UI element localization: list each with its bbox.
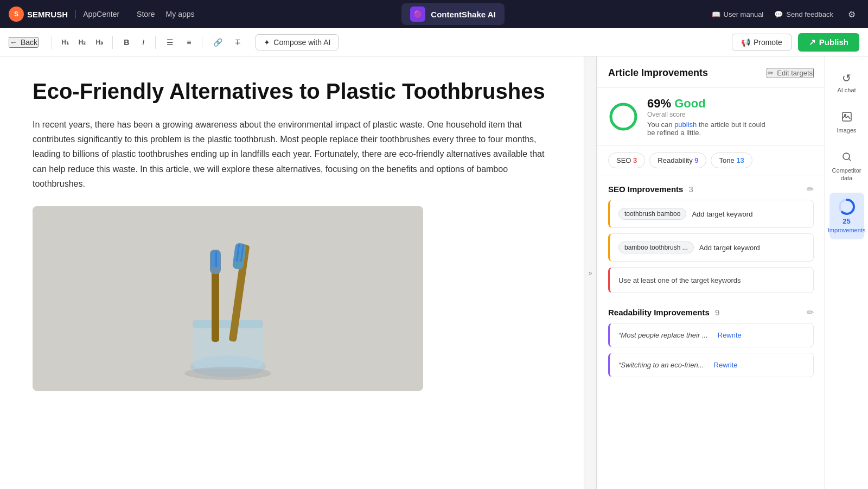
rewrite-link-1[interactable]: Rewrite xyxy=(718,331,742,339)
score-message: You can publish the article but it could… xyxy=(647,120,767,137)
readability-title: Readability Improvements 9 xyxy=(608,308,719,317)
seo-card-2[interactable]: bamboo toothbrush ... Add target keyword xyxy=(608,233,814,262)
seo-badge[interactable]: SEO 3 xyxy=(608,153,645,168)
readability-quote-1: “Most people replace their ... xyxy=(618,331,708,339)
score-circle xyxy=(608,101,639,132)
compose-with-ai-button[interactable]: ✦ Compose with AI xyxy=(256,34,339,50)
readability-card-2-row: “Switching to an eco-frien... Rewrite xyxy=(618,361,805,369)
readability-quote-2: “Switching to an eco-frien... xyxy=(618,361,704,369)
send-feedback-link[interactable]: 💬 Send feedback xyxy=(774,10,833,18)
panel-header: Article Improvements ✏ Edit targets xyxy=(597,56,825,88)
toolbar-separator-1 xyxy=(52,36,52,49)
competitor-data-label: Competitor data xyxy=(832,167,861,181)
h1-button[interactable]: H₁ xyxy=(59,37,72,48)
back-button[interactable]: ← Back xyxy=(9,37,39,48)
images-tool[interactable]: Images xyxy=(829,105,864,141)
rewrite-link-2[interactable]: Rewrite xyxy=(714,361,738,369)
ai-chat-tool[interactable]: ↺ AI chat xyxy=(829,65,864,100)
seo-section-header: SEO Improvements 3 ✏ xyxy=(597,175,825,200)
article-title: Eco-Friendly Alternatives to Plastic Too… xyxy=(33,78,551,104)
seo-card-3[interactable]: Use at least one of the target keywords xyxy=(608,267,814,293)
improvements-label: Improvements xyxy=(828,227,866,234)
user-manual-label: User manual xyxy=(724,10,764,18)
competitor-data-tool[interactable]: Competitor data xyxy=(829,145,864,188)
score-value: 69% Good xyxy=(647,97,767,111)
ai-chat-label: AI chat xyxy=(837,87,856,94)
editor-area[interactable]: Eco-Friendly Alternatives to Plastic Too… xyxy=(0,56,584,489)
toolbar-separator-4 xyxy=(202,36,202,49)
semrush-logo[interactable]: S SEMRUSH xyxy=(9,7,68,22)
edit-targets-button[interactable]: ✏ Edit targets xyxy=(767,68,814,78)
semrush-icon: S xyxy=(9,7,24,22)
score-publish-link[interactable]: publish xyxy=(674,120,697,129)
svg-rect-6 xyxy=(211,251,213,267)
app-title-badge: 🟣 ContentShake AI xyxy=(401,3,504,25)
italic-button[interactable]: I xyxy=(138,36,149,49)
store-link[interactable]: Store xyxy=(137,10,155,18)
improvements-tool[interactable]: 25 Improvements xyxy=(829,193,864,239)
seo-card-2-row: bamboo toothbrush ... Add target keyword xyxy=(618,242,805,253)
right-sidebar: ↺ AI chat Images Competitor data xyxy=(825,56,868,489)
user-manual-icon: 📖 xyxy=(712,10,720,18)
svg-rect-9 xyxy=(218,251,219,267)
unordered-list-button[interactable]: ☰ xyxy=(162,36,178,49)
ordered-list-button[interactable]: ≡ xyxy=(182,36,195,49)
seo-card-3-text: Use at least one of the target keywords xyxy=(618,276,741,284)
editor-toolbar: ← Back H₁ H₂ H₃ B I ☰ ≡ 🔗 T̶ ✦ Compose w… xyxy=(0,28,868,56)
h3-button[interactable]: H₃ xyxy=(93,37,106,48)
panel-collapse-handle[interactable]: » xyxy=(584,56,597,489)
promote-button[interactable]: 📢 Promote xyxy=(732,34,792,51)
score-badges: SEO 3 Readability 9 Tone 13 xyxy=(597,146,825,175)
images-icon xyxy=(841,111,852,125)
nav-center: 🟣 ContentShake AI xyxy=(203,3,703,25)
ai-chat-icon: ↺ xyxy=(842,72,851,85)
add-keyword-link-2: Add target keyword xyxy=(699,244,760,252)
bold-button[interactable]: B xyxy=(119,36,133,49)
keyword-tag-2: bamboo toothbrush ... xyxy=(618,242,694,253)
feedback-icon: 💬 xyxy=(774,10,783,18)
back-arrow-icon: ← xyxy=(10,38,17,47)
toolbar-right: 📢 Promote ↗ Publish xyxy=(732,33,859,52)
promote-icon: 📢 xyxy=(741,38,750,47)
pencil-icon: ✏ xyxy=(768,69,774,77)
link-button[interactable]: 🔗 xyxy=(209,36,227,49)
toolbar-separator-2 xyxy=(112,36,113,49)
svg-point-18 xyxy=(611,104,636,129)
top-navigation: S SEMRUSH | AppCenter Store My apps 🟣 Co… xyxy=(0,0,868,28)
svg-rect-3 xyxy=(193,320,263,328)
myapps-link[interactable]: My apps xyxy=(166,10,195,18)
settings-button[interactable]: ⚙ xyxy=(844,7,859,22)
semrush-label: SEMRUSH xyxy=(27,10,68,19)
readability-badge[interactable]: Readability 9 xyxy=(649,153,706,168)
score-sub: Overall score xyxy=(647,111,767,118)
tone-badge[interactable]: Tone 13 xyxy=(711,153,752,168)
compose-icon: ✦ xyxy=(264,38,270,47)
app-icon: 🟣 xyxy=(410,7,425,22)
seo-card-1-row: toothbrush bamboo Add target keyword xyxy=(618,208,805,220)
brand: S SEMRUSH | AppCenter xyxy=(9,7,119,22)
score-section: 69% Good Overall score You can publish t… xyxy=(597,88,825,146)
publish-icon: ↗ xyxy=(809,37,816,47)
clear-format-button[interactable]: T̶ xyxy=(231,36,245,49)
improvements-panel: Article Improvements ✏ Edit targets 69% … xyxy=(597,56,825,489)
svg-rect-7 xyxy=(213,251,215,267)
nav-divider: | xyxy=(74,9,76,19)
readability-section-header: Readability Improvements 9 ✏ xyxy=(597,299,825,323)
seo-title: SEO Improvements 3 xyxy=(608,185,693,194)
seo-edit-icon[interactable]: ✏ xyxy=(807,184,814,194)
seo-card-1[interactable]: toothbrush bamboo Add target keyword xyxy=(608,200,814,228)
send-feedback-label: Send feedback xyxy=(786,10,833,18)
svg-rect-8 xyxy=(215,251,217,267)
nav-links: Store My apps xyxy=(137,10,194,18)
readability-edit-icon[interactable]: ✏ xyxy=(807,307,814,317)
h2-button[interactable]: H₂ xyxy=(76,37,89,48)
readability-card-1[interactable]: “Most people replace their ... Rewrite xyxy=(608,323,814,347)
publish-button[interactable]: ↗ Publish xyxy=(798,33,859,52)
readability-card-2[interactable]: “Switching to an eco-frien... Rewrite xyxy=(608,353,814,377)
app-name: ContentShake AI xyxy=(431,10,495,19)
svg-point-16 xyxy=(184,367,271,380)
main-area: Eco-Friendly Alternatives to Plastic Too… xyxy=(0,56,868,489)
user-manual-link[interactable]: 📖 User manual xyxy=(712,10,764,18)
score-info: 69% Good Overall score You can publish t… xyxy=(647,97,767,137)
nav-right: 📖 User manual 💬 Send feedback ⚙ xyxy=(712,7,859,22)
